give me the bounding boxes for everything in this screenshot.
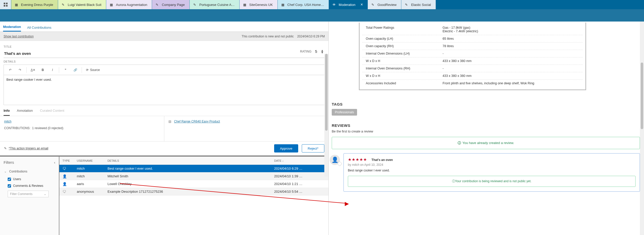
moderation-subtabs: Moderation All Contributions bbox=[0, 22, 328, 32]
pencil-icon: ✎ bbox=[193, 3, 197, 6]
title-label: TITLE bbox=[4, 45, 325, 48]
filter-comments-select[interactable]: Filter Comments⌄ bbox=[8, 191, 49, 197]
rating-stepper[interactable]: ▲▼ bbox=[321, 49, 324, 54]
tab-info[interactable]: Info bbox=[4, 109, 10, 116]
tab-moderation[interactable]: 👁Moderation× bbox=[329, 0, 368, 9]
left-scrollbar[interactable] bbox=[324, 54, 328, 177]
col-username[interactable]: USERNAME bbox=[77, 159, 108, 162]
user-icon: 👤 bbox=[62, 182, 77, 186]
details-editor[interactable]: Best range cooker I ever used. bbox=[4, 75, 325, 105]
table-row[interactable]: 🗨 anonymous Example Description 17127212… bbox=[59, 188, 328, 196]
table-row[interactable]: 🗨 mitch Best range cooker I ever used. 2… bbox=[59, 165, 328, 172]
rating-value: 5 bbox=[315, 49, 317, 54]
review-body: Best range cooker I ever used. bbox=[348, 169, 636, 172]
show-last-contribution-link[interactable]: Show last contribution bbox=[4, 35, 34, 38]
bold-button[interactable]: B bbox=[38, 66, 47, 74]
info-icon: ⓘ bbox=[452, 179, 455, 183]
filters-section-contributions[interactable]: ⌄Contributions bbox=[0, 167, 59, 176]
tab-aurora[interactable]: ▦Aurora Augmentation bbox=[106, 0, 152, 9]
tab-portuguese[interactable]: ✎Portuguese Cuisine A… bbox=[190, 0, 240, 9]
comment-icon: 🗨 bbox=[62, 167, 77, 171]
status-right: This contribution is new and not public … bbox=[242, 35, 325, 38]
undo-button[interactable]: ↶ bbox=[6, 66, 15, 74]
filters-section-label: Contributions bbox=[9, 170, 27, 173]
tab-sitegenesis[interactable]: ▦SiteGenesis UK bbox=[240, 0, 278, 9]
page-icon: ▦ bbox=[15, 3, 18, 6]
chevron-down-icon[interactable]: ▼ bbox=[321, 52, 324, 54]
table-row[interactable]: 👤 mitch Mitchell Smith 2024/04/10 1:39 … bbox=[59, 172, 328, 180]
spec-key: Accessories Included bbox=[366, 81, 443, 85]
subtab-moderation[interactable]: Moderation bbox=[3, 22, 21, 32]
spec-key: Internal Oven Dimensions (LH) bbox=[366, 52, 443, 55]
tab-luigi-suit[interactable]: ✎Luigi Valenti Black Suit bbox=[58, 0, 106, 9]
filter-users-checkbox[interactable] bbox=[8, 178, 11, 181]
blockquote-button[interactable]: “ bbox=[61, 66, 70, 74]
filter-users[interactable]: Users bbox=[0, 176, 59, 182]
approve-button[interactable]: Approve bbox=[274, 144, 298, 152]
spec-table: Total Power RatingsGas - 17.9kW (gas) El… bbox=[359, 23, 586, 90]
spec-key: W x D x H bbox=[366, 59, 443, 63]
spec-key: Oven capacity (LH) bbox=[366, 37, 443, 40]
page-icon: ▦ bbox=[243, 3, 247, 6]
tab-label: Company Page bbox=[162, 3, 185, 7]
reviews-heading: REVIEWS bbox=[332, 123, 644, 128]
close-icon[interactable]: × bbox=[360, 2, 363, 7]
right-scrollbar[interactable] bbox=[640, 22, 644, 235]
tab-chefcorp[interactable]: ▦Chef Corp. USA Home… bbox=[278, 0, 329, 9]
pencil-icon: ✎ bbox=[4, 147, 7, 150]
action-bar: ✎*This action triggers an email Approve … bbox=[0, 141, 328, 156]
pencil-icon: ✎ bbox=[371, 3, 375, 6]
source-button[interactable]: ⟳Source bbox=[84, 66, 102, 74]
title-input[interactable] bbox=[4, 49, 325, 58]
apps-switcher-button[interactable] bbox=[0, 0, 11, 9]
tab-company-page[interactable]: ✎Company Page bbox=[152, 0, 190, 9]
filter-comments-checkbox[interactable] bbox=[8, 184, 11, 188]
tab-label: Luigi Valenti Black Suit bbox=[68, 3, 101, 7]
product-link[interactable]: Chef Range CR640 Easy Product bbox=[174, 120, 220, 123]
table-header: TYPE USERNAME DETAILS DATE ↓ bbox=[59, 157, 328, 165]
page-icon: ▦ bbox=[110, 3, 113, 6]
cell-username: aaris bbox=[77, 182, 108, 186]
tag-chip[interactable]: Professionals bbox=[332, 109, 357, 116]
scrollbar-thumb[interactable] bbox=[325, 54, 328, 131]
col-date[interactable]: DATE ↓ bbox=[274, 159, 325, 162]
spec-value: 65 litres bbox=[443, 37, 579, 40]
collapse-filters-icon[interactable]: ‹ bbox=[54, 160, 55, 165]
tab-elastic-social[interactable]: ✎Elastic Social bbox=[401, 0, 436, 9]
tab-annotation[interactable]: Annotation bbox=[17, 109, 33, 116]
spec-value: 78 litres bbox=[443, 44, 579, 48]
banner-text: Your contribution is being reviewed and … bbox=[455, 179, 531, 183]
review-pending-banner: ⓘYour contribution is being reviewed and… bbox=[348, 176, 636, 187]
trigger-email-note[interactable]: *This action triggers an email bbox=[9, 147, 48, 150]
review-author: mitch bbox=[352, 163, 359, 167]
cell-date: 2024/04/10 1:39 … bbox=[274, 174, 325, 178]
italic-button[interactable]: I bbox=[48, 66, 57, 74]
table-row[interactable]: 👤 aaris Lowell Checkley 2024/04/10 1:21 … bbox=[59, 180, 328, 188]
reject-button[interactable]: Reject* bbox=[302, 144, 324, 152]
tab-label: GoodReview bbox=[378, 3, 396, 7]
filter-comments[interactable]: Comments & Reviews bbox=[0, 182, 59, 189]
link-button[interactable]: 🔗 bbox=[71, 66, 80, 74]
filter-comments-label: Comments & Reviews bbox=[13, 184, 43, 188]
tab-label: Elastic Social bbox=[411, 3, 431, 7]
cell-details: Lowell Checkley bbox=[108, 182, 274, 186]
tab-evening-dress[interactable]: ▦Evening Dress Purple bbox=[11, 0, 58, 9]
info-tabs: Info Annotation Curated Content bbox=[0, 105, 328, 116]
redo-button[interactable]: ↷ bbox=[16, 66, 24, 74]
tab-goodreview[interactable]: ✎GoodReview bbox=[368, 0, 401, 9]
subtab-all-contributions[interactable]: All Contributions bbox=[27, 23, 51, 32]
contributor-link[interactable]: mitch bbox=[4, 120, 12, 123]
cell-username: mitch bbox=[77, 167, 108, 170]
contributions-value: 1 reviewed (0 rejected) bbox=[32, 126, 63, 130]
info-panel: mitch CONTRIBUTIONS: 1 reviewed (0 rejec… bbox=[0, 116, 328, 141]
spec-key: Oven capacity (RH) bbox=[366, 44, 443, 48]
scrollbar-thumb[interactable] bbox=[641, 63, 643, 129]
clear-format-button[interactable]: A✕ bbox=[29, 66, 37, 74]
richtext-toolbar: ↶ ↷ A✕ B I “ 🔗 ⟳Source bbox=[4, 65, 325, 75]
col-type[interactable]: TYPE bbox=[62, 159, 77, 162]
tab-label: Portuguese Cuisine A… bbox=[199, 3, 235, 7]
chevron-down-icon: ⌄ bbox=[4, 170, 7, 173]
col-details[interactable]: DETAILS bbox=[108, 159, 274, 162]
rating-field: RATING 5 ▲▼ bbox=[300, 49, 324, 54]
status-message: This contribution is new and not public bbox=[242, 35, 294, 38]
